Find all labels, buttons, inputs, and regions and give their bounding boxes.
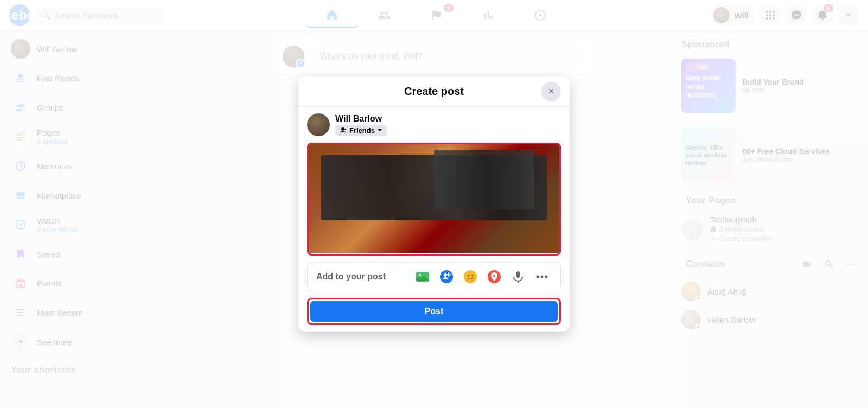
- modal-title: Create post: [404, 85, 464, 98]
- create-post-modal: Create post × Will Barlow Friends: [298, 76, 570, 331]
- more-options-icon[interactable]: [532, 267, 552, 286]
- svg-point-22: [464, 270, 477, 283]
- mic-icon[interactable]: [508, 267, 528, 286]
- modal-user-avatar: [307, 113, 330, 136]
- feeling-icon[interactable]: [461, 267, 480, 286]
- modal-user-row: Will Barlow Friends: [307, 113, 561, 136]
- svg-point-20: [419, 274, 421, 276]
- svg-point-24: [472, 275, 474, 277]
- svg-point-30: [545, 276, 548, 278]
- svg-point-21: [440, 270, 453, 283]
- modal-body: Will Barlow Friends: [298, 107, 570, 331]
- svg-point-28: [537, 276, 539, 278]
- modal-user-name: Will Barlow: [335, 114, 387, 124]
- photo-video-icon[interactable]: [413, 267, 432, 286]
- modal-overlay[interactable]: Create post × Will Barlow Friends: [0, 0, 868, 408]
- modal-close-button[interactable]: ×: [541, 82, 561, 101]
- photo-grid-top: [309, 144, 559, 253]
- check-in-icon[interactable]: [484, 267, 504, 286]
- svg-point-23: [468, 275, 469, 277]
- svg-rect-26: [516, 271, 520, 278]
- add-to-post-label: Add to your post: [316, 272, 386, 282]
- modal-header: Create post ×: [298, 76, 570, 107]
- photo-grid-container: [307, 143, 561, 256]
- post-actions-icons: [413, 267, 552, 286]
- friends-dropdown-button[interactable]: Friends: [335, 125, 387, 136]
- modal-user-info: Will Barlow Friends: [335, 114, 387, 136]
- friends-label: Friends: [349, 126, 375, 135]
- add-to-post-bar[interactable]: Add to your post: [307, 262, 561, 291]
- photo-treadmill-main: [309, 144, 559, 253]
- post-button-container: Post: [307, 298, 561, 325]
- tag-people-icon[interactable]: [437, 267, 456, 286]
- svg-point-29: [541, 276, 544, 278]
- post-button[interactable]: Post: [310, 301, 558, 322]
